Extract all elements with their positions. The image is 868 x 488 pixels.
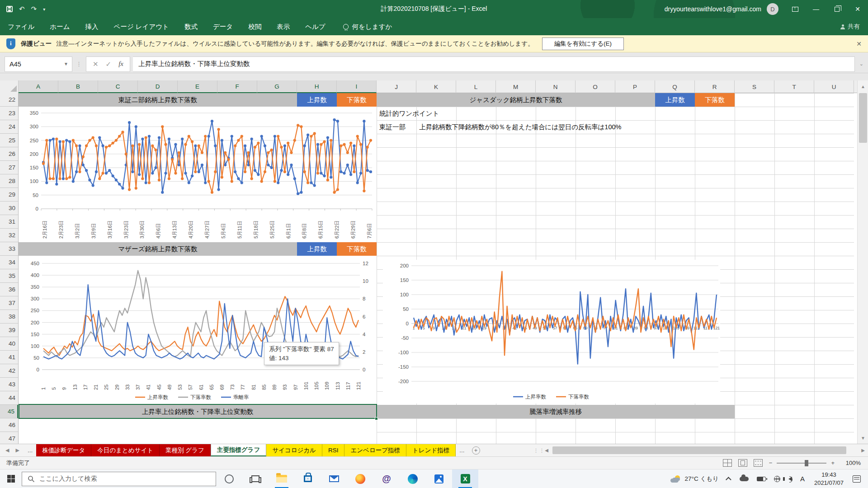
scroll-right-icon[interactable]: ▶ <box>858 444 868 456</box>
new-sheet-button[interactable]: + <box>472 446 480 455</box>
column-header-F[interactable]: F <box>217 80 257 93</box>
start-button[interactable] <box>0 469 22 488</box>
sheet-more-right[interactable]: ... <box>456 444 468 456</box>
row45-right-cell[interactable]: 騰落率増減率推移 <box>377 405 735 418</box>
column-header-U[interactable]: U <box>814 80 854 93</box>
tab-review[interactable]: 校閲 <box>241 18 269 35</box>
tab-page-layout[interactable]: ページ レイアウト <box>106 18 177 35</box>
column-header-C[interactable]: C <box>98 80 138 93</box>
horizontal-scrollbar[interactable]: ⋮⋮ ◀ ▶ <box>532 444 868 456</box>
tell-me-box[interactable]: 何をしますか <box>343 23 392 31</box>
zoom-percentage[interactable]: 100% <box>841 460 861 466</box>
column-header-T[interactable]: T <box>774 80 814 93</box>
formula-bar-expand-icon[interactable]: ⌄ <box>855 61 868 67</box>
zoom-out-icon[interactable]: − <box>769 460 773 466</box>
row-header-36[interactable]: 36 <box>0 283 18 296</box>
tosho2-title-cell[interactable]: 東証二部銘柄上昇数下落数 <box>19 93 297 107</box>
insert-function-icon[interactable]: fx <box>118 60 123 68</box>
column-header-P[interactable]: P <box>615 80 655 93</box>
row-header-32[interactable]: 32 <box>0 229 18 242</box>
confirm-entry-icon[interactable]: ✓ <box>106 60 112 68</box>
column-header-A[interactable]: A <box>19 80 58 93</box>
vertical-scrollbar[interactable]: ▲ ▼ <box>857 80 868 444</box>
row-header-40[interactable]: 40 <box>0 337 18 351</box>
save-icon[interactable] <box>6 6 13 12</box>
sheet-more-left[interactable]: ... <box>24 444 36 456</box>
task-view-button[interactable] <box>242 469 269 488</box>
sheet-nav-right-icon[interactable]: ▶ <box>15 447 19 453</box>
page-layout-view-icon[interactable] <box>738 459 747 467</box>
scroll-down-icon[interactable]: ▼ <box>858 432 868 444</box>
sheet-nav-left-icon[interactable]: ◀ <box>5 447 9 453</box>
row-header-24[interactable]: 24 <box>0 120 18 134</box>
column-header-H[interactable]: H <box>297 80 337 93</box>
zoom-in-icon[interactable]: + <box>831 460 835 466</box>
row-header-46[interactable]: 46 <box>0 418 18 432</box>
tab-data[interactable]: データ <box>205 18 241 35</box>
onedrive-tray-icon[interactable] <box>736 469 753 488</box>
scroll-left-icon[interactable]: ◀ <box>542 444 552 456</box>
horizontal-scroll-thumb[interactable] <box>552 446 846 454</box>
formula-bar-splitter[interactable]: ⋮ <box>72 61 86 67</box>
photos-button[interactable] <box>426 469 452 488</box>
cortana-button[interactable] <box>216 469 242 488</box>
cancel-entry-icon[interactable]: ✕ <box>93 60 99 68</box>
sheet-tab-今日のまとめサイト[interactable]: 今日のまとめサイト <box>91 444 160 456</box>
share-button[interactable]: 共有 <box>840 23 860 31</box>
jasdaq-title-cell[interactable]: ジャスダック銘柄上昇数下落数 <box>377 93 655 107</box>
row-header-26[interactable]: 26 <box>0 147 18 161</box>
tab-formulas[interactable]: 数式 <box>177 18 205 35</box>
vertical-scroll-thumb[interactable] <box>859 93 867 143</box>
column-header-B[interactable]: B <box>58 80 98 93</box>
tab-insert[interactable]: 挿入 <box>78 18 106 35</box>
close-button[interactable]: ✕ <box>847 0 868 18</box>
row-header-45[interactable]: 45 <box>0 405 18 418</box>
row-header-27[interactable]: 27 <box>0 161 18 174</box>
sheet-tab-株価診断データ[interactable]: 株価診断データ <box>36 444 91 456</box>
column-header-L[interactable]: L <box>456 80 496 93</box>
page-break-view-icon[interactable] <box>754 459 763 467</box>
row-header-35[interactable]: 35 <box>0 269 18 283</box>
ime-mode-button[interactable]: A <box>796 469 809 488</box>
email-app-button[interactable]: @ <box>373 469 400 488</box>
tab-help[interactable]: ヘルプ <box>297 18 333 35</box>
select-all-corner[interactable] <box>0 80 19 93</box>
row-header-22[interactable]: 22 <box>0 93 18 107</box>
zoom-slider-thumb[interactable] <box>805 460 808 466</box>
row-header-43[interactable]: 43 <box>0 378 18 391</box>
column-header-E[interactable]: E <box>178 80 217 93</box>
ribbon-display-options-button[interactable] <box>785 0 806 18</box>
name-box[interactable]: A45 ▼ <box>5 56 72 72</box>
row45-left-cell[interactable]: 上昇率上位銘柄数・下降率上位変動数 <box>19 405 377 418</box>
column-header-R[interactable]: R <box>695 80 735 93</box>
mail-button[interactable] <box>321 469 347 488</box>
column-header-S[interactable]: S <box>735 80 774 93</box>
touraku-chart[interactable]: 200150100500-50-100-150-2001591317212529… <box>383 260 720 404</box>
mothers-chart[interactable]: 4504003503002502001501005001210864201591… <box>20 258 376 404</box>
tab-file[interactable]: ファイル <box>0 18 42 35</box>
mothers-title-cell[interactable]: マザーズ銘柄上昇数下落数 <box>19 242 297 256</box>
mothers-up-cell[interactable]: 上昇数 <box>297 242 337 256</box>
network-tray-icon[interactable] <box>770 469 784 488</box>
tosho2-chart[interactable]: 3503002502001501005002月16日2月23日3月2日3月9日3… <box>20 108 376 240</box>
row-header-37[interactable]: 37 <box>0 296 18 310</box>
battery-tray-icon[interactable] <box>753 469 770 488</box>
tab-home[interactable]: ホーム <box>42 18 77 35</box>
row-header-39[interactable]: 39 <box>0 324 18 337</box>
account-email[interactable]: dryyourtearswithlove1@gmail.com <box>665 5 761 13</box>
column-header-D[interactable]: D <box>138 80 178 93</box>
show-hidden-icons-button[interactable] <box>723 469 736 488</box>
sheet-tab-エンベロープ指標[interactable]: エンベロープ指標 <box>344 444 406 456</box>
redo-icon[interactable]: ↷ <box>31 5 37 13</box>
firefox-button[interactable] <box>347 469 373 488</box>
name-box-dropdown-icon[interactable]: ▼ <box>64 61 72 66</box>
cell-j23[interactable]: 統計的ワンポイント <box>377 107 558 120</box>
sheet-tab-サイコロジカル[interactable]: サイコロジカル <box>266 444 322 456</box>
sheet-tab-業種別 グラフ[interactable]: 業種別 グラフ <box>160 444 211 456</box>
clock[interactable]: 19:43 2021/07/07 <box>809 471 849 487</box>
row-header-44[interactable]: 44 <box>0 391 18 405</box>
restore-button[interactable] <box>826 0 847 18</box>
sheet-tab-RSI[interactable]: RSI <box>322 444 345 456</box>
zoom-slider[interactable] <box>777 463 826 464</box>
row-header-42[interactable]: 42 <box>0 364 18 378</box>
